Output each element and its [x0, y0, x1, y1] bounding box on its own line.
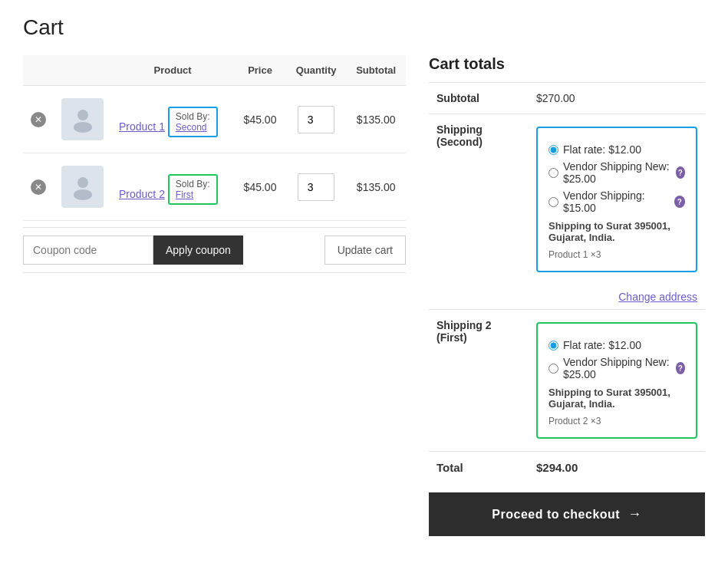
shipping-sublabel-2: (First): [436, 331, 467, 344]
shipping-option-vendor-new-label-2: Vendor Shipping New: $25.00: [563, 356, 671, 380]
shipping-title-1: Shipping: [436, 123, 483, 136]
svg-point-2: [77, 177, 88, 188]
apply-coupon-button[interactable]: Apply coupon: [153, 235, 243, 265]
shipping-option-vendor-new-2[interactable]: Vendor Shipping New: $25.00 ?: [548, 356, 685, 380]
product-thumb-1: [61, 166, 104, 208]
subtotal-cell-0: $135.00: [346, 86, 406, 153]
help-icon-vendor-1[interactable]: ?: [674, 196, 685, 208]
shipping-option-flat-2[interactable]: Flat rate: $12.00: [548, 339, 685, 351]
product-meta-1: Product 1 ×3: [548, 249, 685, 260]
shipping-option-flat-label-1: Flat rate: $12.00: [563, 143, 641, 156]
product-thumb-0: [61, 98, 104, 140]
shipping-address-1: Shipping to Surat 395001, Gujarat, India…: [548, 220, 685, 243]
shipping-label-2: Shipping 2 (First): [429, 310, 529, 452]
product-name-link-1[interactable]: Product 2: [119, 188, 165, 200]
shipping-box-blue: Flat rate: $12.00 Vendor Shipping New: $…: [536, 127, 697, 272]
shipping-label-1: Shipping (Second): [429, 114, 529, 285]
shipping-option-vendor-new-label-1: Vendor Shipping New: $25.00: [563, 160, 671, 185]
sold-by-box-1: Sold By: First: [168, 174, 218, 205]
help-icon-vendor-new-2[interactable]: ?: [676, 362, 685, 374]
col-header-price: Price: [234, 55, 286, 86]
qty-input-1[interactable]: [298, 173, 334, 201]
shipping-title-2: Shipping 2: [436, 319, 492, 331]
vendor-link-0[interactable]: Second: [176, 122, 207, 133]
total-value: $294.00: [529, 452, 705, 484]
remove-cell-0: ✕: [23, 86, 54, 153]
col-header-product-label: Product: [111, 55, 234, 86]
total-label: Total: [429, 452, 529, 484]
qty-cell-1: [286, 153, 346, 221]
checkout-arrow-icon: →: [628, 506, 642, 522]
shipping-option-flat-label-2: Flat rate: $12.00: [563, 339, 641, 351]
shipping-row-1: Shipping (Second) Flat rate: $12.00: [429, 114, 705, 285]
coupon-input[interactable]: [23, 235, 153, 265]
cart-totals-title: Cart totals: [429, 55, 705, 73]
cart-totals-section: Cart totals Subtotal $270.00 Shipping (S…: [429, 55, 705, 536]
shipping-option-flat-1[interactable]: Flat rate: $12.00: [548, 143, 685, 156]
cart-section: Product Price Quantity Subtotal ✕ P: [23, 55, 406, 536]
thumb-cell-1: [54, 153, 111, 221]
shipping-sublabel-1: (Second): [436, 136, 483, 148]
table-row: ✕ Product 1 Sold By: Second $45.00 $135.…: [23, 86, 406, 153]
subtotal-value: $270.00: [529, 83, 705, 114]
help-icon-vendor-new-1[interactable]: ?: [676, 166, 685, 179]
price-cell-1: $45.00: [234, 153, 286, 221]
vendor-link-1[interactable]: First: [176, 189, 193, 200]
checkout-button[interactable]: Proceed to checkout →: [429, 492, 705, 536]
page-title: Cart: [23, 15, 705, 40]
remove-cell-1: ✕: [23, 153, 54, 221]
sold-by-label-0: Sold By:: [176, 111, 210, 122]
checkout-label: Proceed to checkout: [492, 508, 620, 522]
coupon-row: Apply coupon Update cart: [23, 227, 406, 273]
subtotal-label: Subtotal: [429, 83, 529, 114]
subtotal-row: Subtotal $270.00: [429, 83, 705, 114]
product-cell-0: Product 1 Sold By: Second: [111, 86, 234, 153]
remove-button-0[interactable]: ✕: [31, 112, 46, 127]
table-row: ✕ Product 2 Sold By: First $45.00 $135.0…: [23, 153, 406, 221]
total-row: Total $294.00: [429, 452, 705, 484]
svg-point-1: [74, 122, 92, 133]
shipping-radio-flat-2[interactable]: [548, 341, 558, 351]
shipping-address-2: Shipping to Surat 395001, Gujarat, India…: [548, 387, 685, 410]
price-cell-0: $45.00: [234, 86, 286, 153]
col-header-subtotal: Subtotal: [346, 55, 406, 86]
main-layout: Product Price Quantity Subtotal ✕ P: [23, 55, 705, 536]
page-container: Cart Product Price Quantity Subtotal ✕: [0, 0, 728, 551]
col-header-product: [23, 55, 111, 86]
col-header-quantity: Quantity: [286, 55, 346, 86]
qty-input-0[interactable]: [298, 106, 334, 133]
shipping-row-2: Shipping 2 (First) Flat rate: $12.00: [429, 310, 705, 452]
svg-point-3: [74, 189, 92, 200]
product-meta-2: Product 2 ×3: [548, 416, 685, 426]
sold-by-label-1: Sold By:: [176, 179, 210, 189]
shipping-radio-vendor-new-2[interactable]: [548, 364, 558, 374]
shipping-box-green: Flat rate: $12.00 Vendor Shipping New: $…: [536, 322, 697, 439]
shipping-option-vendor-label-1: Vendor Shipping: $15.00: [563, 189, 670, 214]
subtotal-cell-1: $135.00: [346, 153, 406, 221]
update-cart-button[interactable]: Update cart: [324, 235, 406, 265]
shipping-radio-vendor-new-1[interactable]: [548, 168, 558, 178]
shipping-option-vendor-1[interactable]: Vendor Shipping: $15.00 ?: [548, 189, 685, 214]
thumb-cell-0: [54, 86, 111, 153]
shipping-radio-vendor-1[interactable]: [548, 197, 558, 207]
totals-table: Subtotal $270.00 Shipping (Second): [429, 82, 705, 285]
qty-cell-0: [286, 86, 346, 153]
shipping-option-vendor-new-1[interactable]: Vendor Shipping New: $25.00 ?: [548, 160, 685, 185]
svg-point-0: [77, 110, 88, 120]
product-cell-1: Product 2 Sold By: First: [111, 153, 234, 221]
shipping-options-1: Flat rate: $12.00 Vendor Shipping New: $…: [529, 114, 705, 285]
cart-table-header: Product Price Quantity Subtotal: [23, 55, 406, 86]
sold-by-box-0: Sold By: Second: [168, 107, 218, 137]
shipping-options-2: Flat rate: $12.00 Vendor Shipping New: $…: [529, 310, 705, 452]
totals-table-2: Shipping 2 (First) Flat rate: $12.00: [429, 309, 705, 483]
product-name-link-0[interactable]: Product 1: [119, 120, 165, 133]
shipping-radio-flat-1[interactable]: [548, 145, 558, 155]
change-address-link[interactable]: Change address: [618, 291, 697, 303]
cart-table: Product Price Quantity Subtotal ✕ P: [23, 55, 406, 221]
change-address-container: Change address: [429, 285, 705, 309]
remove-button-1[interactable]: ✕: [31, 179, 46, 195]
